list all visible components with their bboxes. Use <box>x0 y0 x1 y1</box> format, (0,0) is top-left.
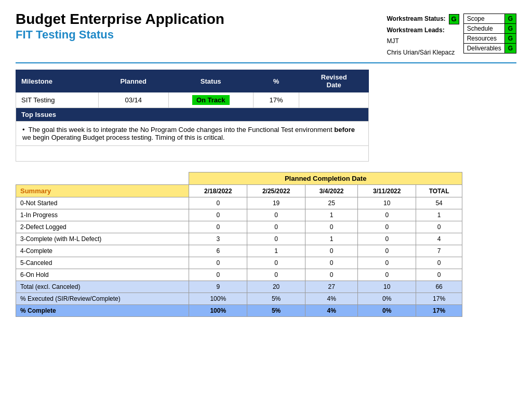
summary-cell: 1 <box>305 209 358 221</box>
status-item-value: G <box>504 14 516 24</box>
summary-data-row: 4-Complete61007 <box>16 245 462 257</box>
header: Budget Enterprise Application FIT Testin… <box>16 10 516 58</box>
summary-cell: 9 <box>189 281 247 293</box>
summary-section: Planned Completion Date Summary 2/18/202… <box>16 172 516 317</box>
summary-cell: 0 <box>247 269 305 281</box>
status-row: ScopeG <box>463 14 516 24</box>
summary-cell: 0 <box>305 221 358 233</box>
summary-label: Summary <box>16 185 189 197</box>
empty-cell <box>16 172 189 185</box>
date-header-3: 3/4/2022 <box>305 185 358 197</box>
issues-content-row: • The goal this week is to integrate the… <box>16 122 369 146</box>
main-title: Budget Enterprise Application <box>16 10 224 28</box>
summary-cell: 1 <box>416 209 462 221</box>
summary-data-row: 0-Not Started019251054 <box>16 197 462 209</box>
col-revised: RevisedDate <box>299 70 369 92</box>
col-milestone: Milestone <box>16 70 99 92</box>
summary-cell: 5% <box>247 305 305 317</box>
status-item-value: G <box>504 44 516 54</box>
summary-cell: 5% <box>247 293 305 305</box>
summary-cell: 10 <box>358 281 416 293</box>
summary-cell: 19 <box>247 197 305 209</box>
summary-cell: 20 <box>247 281 305 293</box>
summary-cell: 1 <box>305 233 358 245</box>
summary-cell: 0 <box>189 197 247 209</box>
summary-cell: 0 <box>358 245 416 257</box>
summary-data-row: 1-In Progress00101 <box>16 209 462 221</box>
summary-cell: 0% <box>358 305 416 317</box>
summary-cell: 0 <box>358 269 416 281</box>
summary-row-label: 3-Complete (with M-L Defect) <box>16 233 189 245</box>
summary-cell: 0 <box>247 221 305 233</box>
milestone-planned: 03/14 <box>98 92 168 108</box>
summary-cell: 0 <box>358 221 416 233</box>
summary-cell: 0 <box>416 269 462 281</box>
summary-cell: 0 <box>358 209 416 221</box>
summary-data-row: 3-Complete (with M-L Defect)30104 <box>16 233 462 245</box>
milestone-data-row: SIT Testing 03/14 On Track 17% <box>16 92 369 108</box>
date-header-1: 2/18/2022 <box>189 185 247 197</box>
status-item-label: Schedule <box>463 24 504 34</box>
col-pct: % <box>253 70 299 92</box>
status-row: DeliverablesG <box>463 44 516 54</box>
summary-cell: 0 <box>247 257 305 269</box>
milestone-section: Milestone Planned Status % RevisedDate S… <box>16 70 516 162</box>
divider <box>16 62 516 63</box>
top-issues-label: Top Issues <box>16 108 369 122</box>
issues-empty-row <box>16 146 369 162</box>
milestone-name: SIT Testing <box>16 92 99 108</box>
summary-cell: 17% <box>416 293 462 305</box>
milestone-status: On Track <box>168 92 253 108</box>
date-header-4: 3/11/2022 <box>358 185 416 197</box>
lead1: MJT <box>387 36 459 47</box>
summary-header-row-1: Planned Completion Date <box>16 172 462 185</box>
summary-row-label: % Executed (SIR/Review/Complete) <box>16 293 189 305</box>
status-table: ScopeGScheduleGResourcesGDeliverablesG <box>463 14 516 54</box>
on-track-badge: On Track <box>192 95 230 105</box>
col-planned: Planned <box>98 70 168 92</box>
date-header-2: 2/25/2022 <box>247 185 305 197</box>
summary-cell: 0 <box>305 269 358 281</box>
summary-row-label: 6-On Hold <box>16 269 189 281</box>
summary-data-row: % Executed (SIR/Review/Complete)100%5%4%… <box>16 293 462 305</box>
summary-data-row: 5-Canceled00000 <box>16 257 462 269</box>
summary-cell: 25 <box>305 197 358 209</box>
workstream-status-value: G <box>449 14 459 24</box>
summary-row-label: % Complete <box>16 305 189 317</box>
summary-row-label: 4-Complete <box>16 245 189 257</box>
summary-row-label: 5-Canceled <box>16 257 189 269</box>
summary-cell: 0 <box>305 245 358 257</box>
date-header-total: TOTAL <box>416 185 462 197</box>
status-item-label: Scope <box>463 14 504 24</box>
summary-cell: 27 <box>305 281 358 293</box>
summary-cell: 0% <box>358 293 416 305</box>
title-block: Budget Enterprise Application FIT Testin… <box>16 10 224 42</box>
summary-data-row: 6-On Hold00000 <box>16 269 462 281</box>
summary-cell: 54 <box>416 197 462 209</box>
summary-cell: 66 <box>416 281 462 293</box>
summary-row-label: Total (excl. Canceled) <box>16 281 189 293</box>
workstream-status-label: Workstream Status: <box>387 14 445 25</box>
summary-table: Planned Completion Date Summary 2/18/202… <box>16 172 462 317</box>
summary-cell: 0 <box>189 257 247 269</box>
summary-cell: 6 <box>189 245 247 257</box>
sub-title: FIT Testing Status <box>16 28 224 42</box>
summary-cell: 17% <box>416 305 462 317</box>
col-status: Status <box>168 70 253 92</box>
summary-cell: 4% <box>305 305 358 317</box>
summary-cell: 0 <box>247 233 305 245</box>
summary-cell: 10 <box>358 197 416 209</box>
status-item-value: G <box>504 24 516 34</box>
summary-row-label: 0-Not Started <box>16 197 189 209</box>
summary-data-row: 2-Defect Logged00000 <box>16 221 462 233</box>
status-row: ResourcesG <box>463 34 516 44</box>
summary-cell: 3 <box>189 233 247 245</box>
milestone-table: Milestone Planned Status % RevisedDate S… <box>16 70 369 162</box>
status-item-label: Resources <box>463 34 504 44</box>
summary-cell: 0 <box>416 257 462 269</box>
summary-cell: 0 <box>416 221 462 233</box>
status-item-label: Deliverables <box>463 44 504 54</box>
status-item-value: G <box>504 34 516 44</box>
summary-row-label: 2-Defect Logged <box>16 221 189 233</box>
summary-data-row: Total (excl. Canceled)920271066 <box>16 281 462 293</box>
